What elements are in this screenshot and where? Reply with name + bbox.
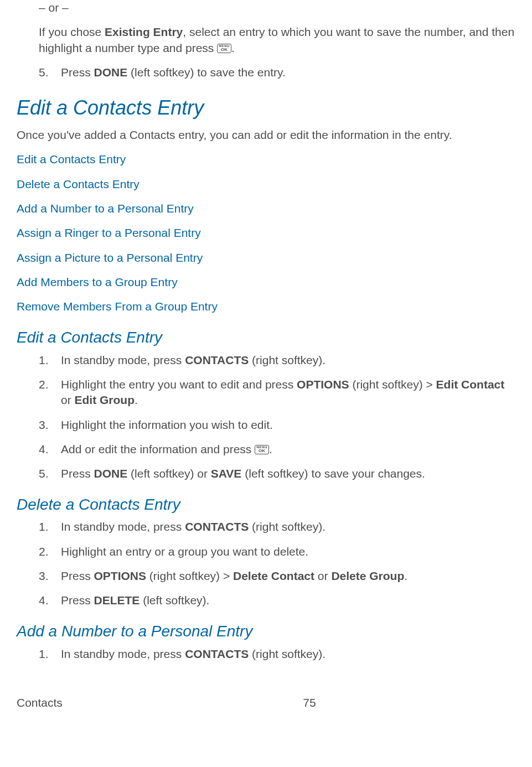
list-number: 3. (39, 568, 49, 584)
link-add-number-personal-entry[interactable]: Add a Number to a Personal Entry (17, 201, 515, 216)
list-number: 3. (39, 417, 49, 433)
list-number: 4. (39, 593, 49, 608)
bold-text: OPTIONS (94, 569, 147, 582)
text-segment: Highlight the entry you want to edit and… (61, 378, 297, 391)
list-item-4: 4. Add or edit the information and press… (39, 442, 515, 457)
list-item-5: 5. Press DONE (left softkey) to save the… (39, 65, 515, 80)
heading-add-number-personal-entry: Add a Number to a Personal Entry (17, 621, 515, 642)
text-segment: In standby mode, press (61, 647, 185, 660)
text-segment: . (269, 443, 272, 455)
bold-text: Existing Entry (105, 25, 183, 38)
text-segment: (left softkey) to save the entry. (127, 66, 286, 79)
icon-bottom-text: OK (219, 48, 230, 52)
bold-text: Edit Group (75, 393, 135, 406)
bold-text: OPTIONS (297, 378, 349, 391)
link-add-members-group-entry[interactable]: Add Members to a Group Entry (17, 274, 515, 290)
link-assign-picture-personal-entry[interactable]: Assign a Picture to a Personal Entry (17, 250, 515, 266)
text-segment: In standby mode, press (61, 354, 185, 366)
heading-delete-contacts-entry: Delete a Contacts Entry (17, 494, 515, 515)
bold-text: CONTACTS (185, 647, 249, 660)
list-item-3: 3. Highlight the information you wish to… (39, 417, 515, 433)
text-segment: (left softkey). (140, 594, 209, 607)
list-number: 5. (39, 466, 49, 481)
text-segment: . (404, 569, 407, 582)
bold-text: DELETE (94, 594, 140, 607)
text-segment: (right softkey). (249, 354, 326, 366)
list-item-2: 2. Highlight the entry you want to edit … (39, 377, 515, 408)
bold-text: SAVE (211, 467, 242, 480)
bold-text: CONTACTS (185, 354, 249, 366)
text-segment: Press (61, 569, 94, 582)
list-item-5: 5. Press DONE (left softkey) or SAVE (le… (39, 466, 515, 481)
bold-text: DONE (94, 66, 128, 79)
heading-edit-contacts-entry-sub: Edit a Contacts Entry (17, 327, 515, 348)
bold-text: Delete Contact (233, 569, 314, 582)
list-item-2: 2. Highlight an entry or a group you wan… (39, 544, 515, 559)
list-number: 1. (39, 646, 49, 662)
bold-text: DONE (94, 467, 128, 480)
page-footer: Contacts 75 (17, 695, 316, 711)
bold-text: CONTACTS (185, 520, 249, 533)
footer-section-name: Contacts (17, 695, 63, 711)
list-number: 1. (39, 353, 49, 368)
text-segment: . (135, 393, 138, 406)
text-segment: Press (61, 594, 94, 607)
list-item-3: 3. Press OPTIONS (right softkey) > Delet… (39, 568, 515, 584)
intro-para: Once you've added a Contacts entry, you … (17, 127, 515, 143)
heading-edit-contacts-entry: Edit a Contacts Entry (17, 95, 515, 122)
text-segment: or (61, 393, 75, 406)
list-item-1: 1. In standby mode, press CONTACTS (righ… (39, 646, 515, 662)
list-item-1: 1. In standby mode, press CONTACTS (righ… (39, 353, 515, 368)
text-segment: Press (61, 66, 94, 79)
text-segment: Highlight the information you wish to ed… (61, 418, 273, 431)
list-item-1: 1. In standby mode, press CONTACTS (righ… (39, 519, 515, 535)
link-assign-ringer-personal-entry[interactable]: Assign a Ringer to a Personal Entry (17, 225, 515, 241)
menu-ok-icon: MENUOK (217, 44, 231, 53)
text-segment: (left softkey) to save your changes. (241, 467, 425, 480)
existing-entry-para: If you chose Existing Entry, select an e… (39, 24, 515, 56)
text-segment: (right softkey). (249, 520, 326, 533)
link-delete-contacts-entry[interactable]: Delete a Contacts Entry (17, 177, 515, 192)
text-segment: . (231, 42, 235, 54)
list-number: 5. (39, 65, 49, 80)
text-segment: If you chose (39, 25, 105, 38)
text-segment: Add or edit the information and press (61, 443, 255, 455)
text-segment: or (314, 569, 331, 582)
menu-ok-icon: MENUOK (255, 445, 269, 454)
list-number: 2. (39, 544, 49, 559)
text-segment: Press (61, 467, 94, 480)
text-segment: Highlight an entry or a group you want t… (61, 545, 308, 558)
list-number: 1. (39, 519, 49, 535)
list-item-4: 4. Press DELETE (left softkey). (39, 593, 515, 608)
text-segment: (right softkey). (249, 647, 326, 660)
text-segment: (left softkey) or (127, 467, 211, 480)
list-number: 4. (39, 442, 49, 457)
bold-text: Delete Group (331, 569, 404, 582)
text-segment: (right softkey) > (146, 569, 233, 582)
or-divider: – or – (39, 0, 515, 15)
text-segment: In standby mode, press (61, 520, 185, 533)
link-remove-members-group-entry[interactable]: Remove Members From a Group Entry (17, 299, 515, 314)
list-number: 2. (39, 377, 49, 392)
footer-page-number: 75 (303, 695, 316, 711)
text-segment: (right softkey) > (349, 378, 436, 391)
link-edit-contacts-entry[interactable]: Edit a Contacts Entry (17, 152, 515, 167)
bold-text: Edit Contact (436, 378, 505, 391)
icon-bottom-text: OK (256, 449, 267, 453)
